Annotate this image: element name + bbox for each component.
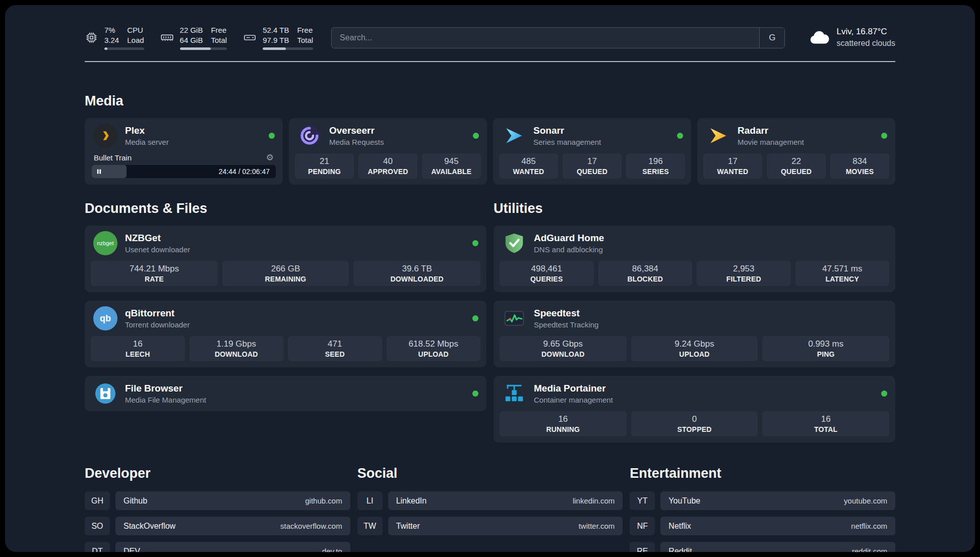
service-card-speedtest[interactable]: Speedtest Speedtest Tracking 9.65 Gbps D… (494, 301, 895, 367)
ram-label-2: Total (211, 35, 227, 45)
cpu-usage-bar (104, 47, 144, 50)
ram-usage-bar (180, 47, 227, 50)
now-playing-title: Bullet Train (94, 153, 132, 162)
ram-total: 64 GiB (180, 35, 203, 45)
ram-usage-fill (180, 47, 211, 50)
service-card-adguard[interactable]: AdGuard Home DNS and adblocking 498,461 … (494, 226, 895, 292)
service-card-sonarr[interactable]: Sonarr Series management 485 WANTED 17 Q… (493, 118, 691, 185)
filebrowser-icon (93, 381, 118, 406)
search-input[interactable] (331, 27, 785, 48)
developer-column: Developer GH Github github.com SO StackO… (85, 466, 350, 552)
settings-gear-icon[interactable]: ⚙ (266, 153, 274, 162)
bookmark-row: NF Netflix netflix.com (630, 517, 895, 535)
cpu-metric: 7% 3.24 CPU Load (85, 25, 144, 50)
cpu-percent: 7% (104, 25, 119, 35)
section-title-entertainment: Entertainment (630, 466, 895, 481)
stat-tile: 744.21 Mbps RATE (91, 261, 218, 286)
disk-total: 97.9 TB (263, 35, 289, 45)
bookmark-row: SO StackOverflow stackoverflow.com (85, 517, 350, 535)
search-engine-button[interactable]: G (759, 28, 784, 48)
service-subtitle: Speedtest Tracking (534, 320, 598, 330)
disk-icon (243, 31, 257, 44)
bookmark-row: GH Github github.com (85, 491, 350, 510)
section-title-developer: Developer (85, 466, 350, 481)
service-subtitle: Media File Management (125, 395, 206, 405)
cpu-icon (85, 31, 98, 44)
status-dot (473, 133, 479, 139)
stat-tile: 16 TOTAL (762, 411, 889, 436)
bookmark-stackoverflow[interactable]: StackOverflow stackoverflow.com (115, 517, 350, 535)
youtube-icon: YT (630, 491, 655, 510)
section-title-documents: Documents & Files (85, 201, 486, 216)
weather-condition: scattered clouds (836, 38, 895, 49)
stat-tile: 1.19 Gbps DOWNLOAD (190, 336, 284, 361)
bookmark-row: TW Twitter twitter.com (357, 517, 623, 535)
bookmark-dev[interactable]: DEV dev.to (115, 542, 350, 552)
dev-icon: DT (85, 542, 110, 552)
status-dot (472, 240, 478, 246)
stat-tile: 0.993 ms PING (762, 336, 889, 361)
stat-tile: 17 WANTED (703, 153, 762, 179)
topbar-divider (85, 61, 895, 62)
playback-time: 24:44 / 02:06:47 (219, 168, 270, 176)
service-card-filebrowser[interactable]: File Browser Media File Management (85, 376, 486, 411)
stats-row: 16 LEECH 1.19 Gbps DOWNLOAD 471 SEED (85, 335, 486, 367)
bookmark-row: RE Reddit reddit.com (630, 542, 895, 552)
service-title: qBittorrent (125, 307, 190, 320)
service-card-nzbget[interactable]: nzbget NZBGet Usenet downloader 74 (85, 226, 486, 292)
service-card-portainer[interactable]: Media Portainer Container management 16 … (494, 376, 895, 442)
service-subtitle: Media server (125, 137, 169, 147)
pause-icon (96, 169, 102, 175)
topbar: 7% 3.24 CPU Load (85, 5, 895, 50)
cloud-icon (807, 26, 830, 49)
stat-tile: 834 MOVIES (830, 153, 889, 179)
plex-icon (93, 123, 118, 148)
status-dot (472, 315, 478, 321)
weather-widget: Lviv, 16.87°C scattered clouds (807, 26, 895, 49)
stat-tile: 40 APPROVED (358, 153, 417, 179)
bookmark-reddit[interactable]: Reddit reddit.com (660, 542, 895, 552)
bookmark-linkedin[interactable]: LinkedIn linkedin.com (388, 491, 623, 510)
service-card-qbittorrent[interactable]: qb qBittorrent Torrent downloader (85, 301, 486, 367)
cpu-usage-fill (104, 47, 107, 50)
ram-icon (160, 31, 174, 44)
service-subtitle: Container management (534, 395, 613, 405)
service-title: File Browser (125, 382, 206, 395)
media-grid: Plex Media server Bullet Train ⚙ (85, 118, 895, 185)
twitter-icon: TW (357, 517, 383, 535)
status-dot (881, 133, 887, 139)
bookmark-twitter[interactable]: Twitter twitter.com (388, 517, 623, 535)
status-dot (472, 391, 478, 397)
service-title: Media Portainer (534, 382, 613, 395)
bookmark-row: YT YouTube youtube.com (630, 491, 895, 510)
stat-tile: 39.6 TB DOWNLOADED (353, 261, 480, 286)
stat-tile: 16 RUNNING (500, 411, 627, 436)
linkedin-icon: LI (357, 491, 383, 510)
stat-tile: 47.571 ms LATENCY (795, 261, 890, 286)
section-title-media: Media (85, 93, 895, 109)
section-title-utilities: Utilities (494, 201, 895, 216)
github-icon: GH (85, 491, 110, 510)
service-card-radarr[interactable]: Radarr Movie management 17 WANTED 22 QUE… (697, 118, 895, 185)
stat-tile: 471 SEED (288, 336, 382, 361)
service-subtitle: DNS and adblocking (534, 245, 604, 255)
ram-metric: 22 GiB 64 GiB Free Total (160, 25, 227, 50)
now-playing-widget: Bullet Train ⚙ 24:44 / 02:06:47 (85, 152, 283, 184)
service-subtitle: Movie management (738, 137, 804, 147)
stats-row: 17 WANTED 22 QUEUED 834 MOVIES (697, 152, 895, 185)
playback-progress-bar[interactable]: 24:44 / 02:06:47 (92, 165, 276, 178)
section-title-social: Social (357, 466, 623, 481)
service-title: Plex (125, 125, 169, 137)
service-card-overseerr[interactable]: Overseerr Media Requests 21 PENDING 40 A… (289, 118, 487, 185)
radarr-icon (705, 123, 730, 148)
disk-free: 52.4 TB (263, 25, 289, 35)
stat-tile: 86,384 BLOCKED (598, 261, 693, 286)
bookmark-youtube[interactable]: YouTube youtube.com (660, 491, 895, 510)
service-subtitle: Usenet downloader (125, 245, 190, 255)
disk-metric: 52.4 TB 97.9 TB Free Total (243, 25, 313, 50)
stat-tile: 945 AVAILABLE (422, 153, 481, 179)
bookmark-netflix[interactable]: Netflix netflix.com (660, 517, 895, 535)
service-card-plex[interactable]: Plex Media server Bullet Train ⚙ (85, 118, 283, 185)
cpu-label-2: Load (127, 35, 144, 45)
bookmark-github[interactable]: Github github.com (115, 491, 350, 510)
